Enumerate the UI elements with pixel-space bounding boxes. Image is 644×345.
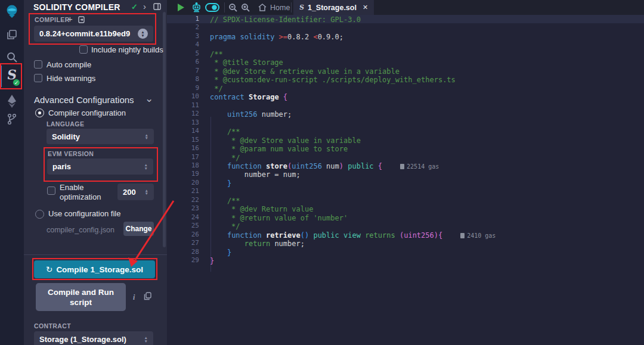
- code-editor[interactable]: 1// SPDX-License-Identifier: GPL-3.023pr…: [167, 15, 644, 345]
- line-number: 29: [167, 256, 199, 265]
- solidity-file-icon: S: [299, 4, 305, 11]
- remix-logo-icon[interactable]: [0, 4, 24, 19]
- code-line[interactable]: 13: [167, 119, 644, 127]
- change-config-button[interactable]: Change: [123, 222, 154, 236]
- tab-1-storage-sol[interactable]: S 1_Storage.sol ✕: [293, 0, 374, 15]
- config-file-name: compiler_config.json: [47, 226, 114, 234]
- code-line[interactable]: 28 }: [167, 248, 644, 256]
- select-arrows-icon: ▲▼: [138, 29, 148, 39]
- code-line[interactable]: 17 */: [167, 153, 644, 161]
- compiler-config-radio[interactable]: [35, 108, 44, 117]
- code-lines: 1// SPDX-License-Identifier: GPL-3.023pr…: [167, 15, 644, 265]
- zoom-in-icon[interactable]: [241, 3, 250, 12]
- editor-area: Home S 1_Storage.sol ✕ 1// SPDX-License-…: [167, 0, 644, 345]
- compile-button[interactable]: ↻Compile 1_Storage.sol: [34, 260, 155, 278]
- select-arrows-icon: ▲▼: [144, 336, 148, 343]
- code-line[interactable]: 18 function store(uint256 num) public {2…: [167, 161, 644, 170]
- use-config-file-radio[interactable]: [35, 210, 44, 219]
- ai-assistant-icon[interactable]: [191, 2, 202, 13]
- code-line[interactable]: 2: [167, 23, 644, 32]
- optimization-runs-input[interactable]: 200 ▲▼: [117, 184, 154, 200]
- hide-warnings-label: Hide warnings: [47, 74, 95, 83]
- gas-pump-icon: [400, 164, 404, 169]
- reload-compiler-icon[interactable]: [78, 15, 86, 24]
- code-line[interactable]: 10contract Storage {: [167, 92, 644, 101]
- evm-version-label: EVM VERSION: [48, 150, 94, 157]
- line-number: 2: [167, 23, 199, 32]
- line-number: 15: [167, 136, 199, 144]
- code-line[interactable]: 7 * @dev Store & retrieve value in a var…: [167, 67, 644, 75]
- code-line[interactable]: 15 * @dev Store value in variable: [167, 136, 644, 144]
- line-number: 21: [167, 187, 199, 195]
- chevron-right-icon[interactable]: ›: [143, 1, 146, 11]
- line-number: 3: [167, 32, 199, 41]
- code-line[interactable]: 8 * @custom:dev-run-script ./scripts/dep…: [167, 75, 644, 83]
- code-line[interactable]: 14 /**: [167, 127, 644, 135]
- code-line[interactable]: 3pragma solidity >=0.8.2 <0.9.0;: [167, 32, 644, 41]
- code-line[interactable]: 23 * @dev Return value: [167, 204, 644, 213]
- git-icon[interactable]: [0, 113, 24, 125]
- compiler-config-label: Compiler configuration: [48, 108, 126, 117]
- line-number: 16: [167, 144, 199, 153]
- contract-select[interactable]: Storage (1_Storage.sol) ▲▼: [34, 331, 153, 345]
- info-icon[interactable]: i: [133, 293, 135, 302]
- line-number: 4: [167, 41, 199, 49]
- nightly-builds-checkbox[interactable]: [79, 45, 88, 54]
- select-arrows-icon: ▲▼: [145, 133, 148, 140]
- line-number: 13: [167, 119, 199, 127]
- run-script-play-icon[interactable]: [177, 4, 184, 11]
- auto-compile-label: Auto compile: [47, 60, 91, 69]
- icon-panel: S ✓: [0, 0, 24, 345]
- add-compiler-icon[interactable]: +: [67, 14, 73, 24]
- code-line[interactable]: 6 * @title Storage: [167, 58, 644, 66]
- code-line[interactable]: 20 }: [167, 179, 644, 187]
- line-number: 10: [167, 92, 199, 101]
- ai-toggle-icon[interactable]: [205, 3, 219, 12]
- code-line[interactable]: 21: [167, 187, 644, 195]
- compile-success-badge: ✓: [13, 79, 20, 86]
- file-explorer-icon[interactable]: [0, 29, 24, 41]
- gas-estimate: 2410 gas: [460, 232, 496, 239]
- enable-optimization-checkbox[interactable]: [47, 187, 55, 195]
- tab-home[interactable]: Home: [253, 0, 295, 15]
- collapse-chevron-icon[interactable]: ⌄: [145, 92, 153, 105]
- code-line[interactable]: 29}: [167, 256, 644, 265]
- code-line[interactable]: 16 * @param num value to store: [167, 144, 644, 153]
- tab-bar: Home S 1_Storage.sol ✕: [167, 0, 644, 15]
- code-line[interactable]: 22 /**: [167, 196, 644, 204]
- line-number: 6: [167, 58, 199, 66]
- line-number: 17: [167, 153, 199, 161]
- copy-icon[interactable]: [144, 292, 151, 300]
- code-line[interactable]: 4: [167, 41, 644, 49]
- hide-warnings-checkbox[interactable]: [34, 74, 42, 82]
- zoom-out-icon[interactable]: [228, 3, 237, 12]
- code-line[interactable]: 1// SPDX-License-Identifier: GPL-3.0: [167, 15, 644, 23]
- auto-compile-checkbox[interactable]: [34, 60, 42, 69]
- line-number: 18: [167, 161, 199, 170]
- code-line[interactable]: 27 return number;: [167, 239, 644, 247]
- code-line[interactable]: 5/**: [167, 49, 644, 58]
- code-line[interactable]: 25 */: [167, 222, 644, 230]
- use-config-file-label: Use configuration file: [48, 209, 120, 218]
- line-number: 20: [167, 179, 199, 187]
- panel-title: SOLIDITY COMPILER: [33, 2, 120, 12]
- evm-version-select[interactable]: paris ▲▼: [47, 158, 153, 175]
- language-select[interactable]: Solidity ▲▼: [47, 129, 154, 144]
- code-line[interactable]: 26 function retrieve() public view retur…: [167, 231, 644, 239]
- search-icon[interactable]: [0, 51, 24, 63]
- deploy-run-icon[interactable]: [0, 94, 24, 108]
- solidity-compiler-icon[interactable]: S ✓: [0, 67, 24, 82]
- code-line[interactable]: 12 uint256 number;: [167, 110, 644, 118]
- line-number: 24: [167, 213, 199, 222]
- compile-and-run-button[interactable]: Compile and Run script: [36, 283, 126, 311]
- code-line[interactable]: 24 * @return value of 'number': [167, 213, 644, 222]
- compiler-version-select[interactable]: 0.8.24+commit.e11b9ed9 ▲▼: [34, 26, 153, 42]
- code-line[interactable]: 11: [167, 101, 644, 110]
- pin-panel-icon[interactable]: [153, 3, 161, 10]
- line-number: 8: [167, 75, 199, 83]
- code-line[interactable]: 9 */: [167, 84, 644, 92]
- line-number: 19: [167, 170, 199, 178]
- language-label: LANGUAGE: [47, 120, 84, 128]
- close-tab-icon[interactable]: ✕: [363, 4, 368, 11]
- code-line[interactable]: 19 number = num;: [167, 170, 644, 178]
